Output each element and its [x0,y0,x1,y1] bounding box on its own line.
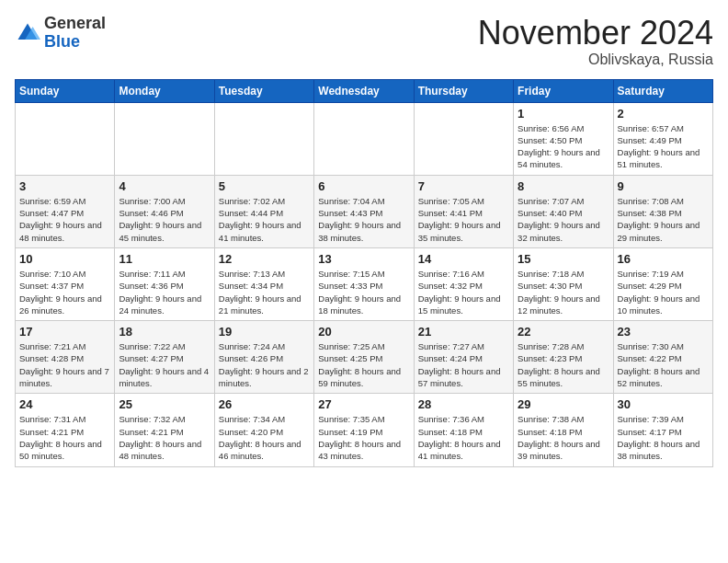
day-info: Sunrise: 6:59 AM Sunset: 4:47 PM Dayligh… [19,195,110,244]
calendar-week-row: 10Sunrise: 7:10 AM Sunset: 4:37 PM Dayli… [16,247,713,320]
logo-general-text: General [44,15,106,33]
title-block: November 2024 Oblivskaya, Russia [478,15,713,68]
calendar-cell: 25Sunrise: 7:32 AM Sunset: 4:21 PM Dayli… [115,394,214,466]
calendar-cell: 23Sunrise: 7:30 AM Sunset: 4:22 PM Dayli… [613,321,712,394]
day-number: 13 [318,252,409,266]
day-info: Sunrise: 7:04 AM Sunset: 4:43 PM Dayligh… [318,195,409,244]
day-info: Sunrise: 7:39 AM Sunset: 4:17 PM Dayligh… [618,413,709,462]
day-number: 4 [119,179,210,193]
day-number: 11 [119,252,210,266]
day-number: 3 [19,179,110,193]
day-number: 30 [618,397,709,411]
calendar-week-row: 3Sunrise: 6:59 AM Sunset: 4:47 PM Daylig… [16,175,713,247]
day-info: Sunrise: 7:31 AM Sunset: 4:21 PM Dayligh… [19,413,110,462]
day-info: Sunrise: 7:32 AM Sunset: 4:21 PM Dayligh… [119,413,210,462]
day-info: Sunrise: 7:25 AM Sunset: 4:25 PM Dayligh… [318,340,409,389]
calendar-cell: 17Sunrise: 7:21 AM Sunset: 4:28 PM Dayli… [16,321,115,394]
day-info: Sunrise: 6:57 AM Sunset: 4:49 PM Dayligh… [618,122,709,171]
calendar-cell: 7Sunrise: 7:05 AM Sunset: 4:41 PM Daylig… [414,175,513,247]
day-info: Sunrise: 7:13 AM Sunset: 4:34 PM Dayligh… [219,268,310,316]
location-title: Oblivskaya, Russia [478,52,713,68]
day-header: Tuesday [214,79,313,102]
logo-blue-text: Blue [44,33,106,52]
day-number: 7 [418,179,509,193]
calendar-cell: 4Sunrise: 7:00 AM Sunset: 4:46 PM Daylig… [115,175,214,247]
day-info: Sunrise: 7:24 AM Sunset: 4:26 PM Dayligh… [219,340,310,389]
day-info: Sunrise: 7:27 AM Sunset: 4:24 PM Dayligh… [418,340,509,389]
calendar-cell: 16Sunrise: 7:19 AM Sunset: 4:29 PM Dayli… [613,247,712,320]
day-info: Sunrise: 7:30 AM Sunset: 4:22 PM Dayligh… [618,340,709,389]
month-title: November 2024 [478,15,713,52]
day-number: 10 [19,252,110,266]
calendar-cell: 20Sunrise: 7:25 AM Sunset: 4:25 PM Dayli… [314,321,414,394]
day-number: 12 [219,252,310,266]
calendar-cell [414,102,513,175]
day-number: 14 [418,252,509,266]
day-number: 1 [518,107,609,121]
calendar-cell: 11Sunrise: 7:11 AM Sunset: 4:36 PM Dayli… [115,247,214,320]
day-number: 2 [618,107,709,121]
calendar-cell: 15Sunrise: 7:18 AM Sunset: 4:30 PM Dayli… [514,247,613,320]
day-info: Sunrise: 7:36 AM Sunset: 4:18 PM Dayligh… [418,413,509,462]
day-info: Sunrise: 7:34 AM Sunset: 4:20 PM Dayligh… [219,413,310,462]
day-number: 20 [318,325,409,339]
day-header: Friday [514,79,613,102]
calendar-cell [16,102,115,175]
logo-text: General Blue [44,15,106,52]
calendar: SundayMondayTuesdayWednesdayThursdayFrid… [15,79,713,467]
calendar-cell: 29Sunrise: 7:38 AM Sunset: 4:18 PM Dayli… [514,394,613,466]
day-number: 17 [19,325,110,339]
calendar-cell [214,102,313,175]
day-info: Sunrise: 7:35 AM Sunset: 4:19 PM Dayligh… [318,413,409,462]
day-number: 22 [518,325,609,339]
logo: General Blue [15,15,106,52]
day-info: Sunrise: 7:16 AM Sunset: 4:32 PM Dayligh… [418,268,509,316]
day-header: Saturday [613,79,712,102]
day-number: 6 [318,179,409,193]
calendar-cell: 8Sunrise: 7:07 AM Sunset: 4:40 PM Daylig… [514,175,613,247]
calendar-cell: 1Sunrise: 6:56 AM Sunset: 4:50 PM Daylig… [514,102,613,175]
day-info: Sunrise: 7:21 AM Sunset: 4:28 PM Dayligh… [19,340,110,389]
day-header: Sunday [16,79,115,102]
day-info: Sunrise: 7:22 AM Sunset: 4:27 PM Dayligh… [119,340,210,389]
calendar-cell: 5Sunrise: 7:02 AM Sunset: 4:44 PM Daylig… [214,175,313,247]
header: General Blue November 2024 Oblivskaya, R… [15,15,713,68]
day-number: 19 [219,325,310,339]
calendar-cell: 14Sunrise: 7:16 AM Sunset: 4:32 PM Dayli… [414,247,513,320]
calendar-cell [115,102,214,175]
day-info: Sunrise: 7:15 AM Sunset: 4:33 PM Dayligh… [318,268,409,316]
day-number: 15 [518,252,609,266]
day-header: Monday [115,79,214,102]
day-number: 27 [318,397,409,411]
day-number: 8 [518,179,609,193]
day-info: Sunrise: 7:19 AM Sunset: 4:29 PM Dayligh… [618,268,709,316]
calendar-cell: 27Sunrise: 7:35 AM Sunset: 4:19 PM Dayli… [314,394,414,466]
calendar-cell: 24Sunrise: 7:31 AM Sunset: 4:21 PM Dayli… [16,394,115,466]
day-header: Wednesday [314,79,414,102]
day-number: 21 [418,325,509,339]
calendar-cell: 19Sunrise: 7:24 AM Sunset: 4:26 PM Dayli… [214,321,313,394]
day-number: 25 [119,397,210,411]
day-info: Sunrise: 7:05 AM Sunset: 4:41 PM Dayligh… [418,195,509,244]
calendar-cell: 3Sunrise: 6:59 AM Sunset: 4:47 PM Daylig… [16,175,115,247]
day-info: Sunrise: 7:11 AM Sunset: 4:36 PM Dayligh… [119,268,210,316]
day-number: 5 [219,179,310,193]
day-number: 28 [418,397,509,411]
day-info: Sunrise: 7:28 AM Sunset: 4:23 PM Dayligh… [518,340,609,389]
calendar-cell: 2Sunrise: 6:57 AM Sunset: 4:49 PM Daylig… [613,102,712,175]
calendar-cell: 28Sunrise: 7:36 AM Sunset: 4:18 PM Dayli… [414,394,513,466]
calendar-cell: 10Sunrise: 7:10 AM Sunset: 4:37 PM Dayli… [16,247,115,320]
calendar-cell: 22Sunrise: 7:28 AM Sunset: 4:23 PM Dayli… [514,321,613,394]
calendar-cell: 12Sunrise: 7:13 AM Sunset: 4:34 PM Dayli… [214,247,313,320]
calendar-cell: 18Sunrise: 7:22 AM Sunset: 4:27 PM Dayli… [115,321,214,394]
day-header: Thursday [414,79,513,102]
day-info: Sunrise: 7:10 AM Sunset: 4:37 PM Dayligh… [19,268,110,316]
day-info: Sunrise: 7:18 AM Sunset: 4:30 PM Dayligh… [518,268,609,316]
day-info: Sunrise: 7:38 AM Sunset: 4:18 PM Dayligh… [518,413,609,462]
calendar-cell: 6Sunrise: 7:04 AM Sunset: 4:43 PM Daylig… [314,175,414,247]
day-number: 26 [219,397,310,411]
day-number: 18 [119,325,210,339]
day-info: Sunrise: 6:56 AM Sunset: 4:50 PM Dayligh… [518,122,609,171]
calendar-week-row: 17Sunrise: 7:21 AM Sunset: 4:28 PM Dayli… [16,321,713,394]
day-info: Sunrise: 7:07 AM Sunset: 4:40 PM Dayligh… [518,195,609,244]
